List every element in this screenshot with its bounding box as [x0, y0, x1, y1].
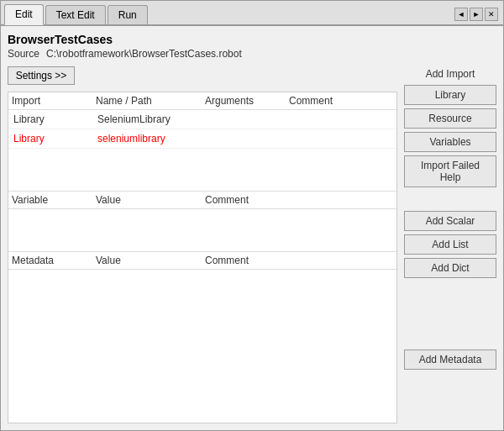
variable-metadata-gap — [8, 209, 396, 251]
tab-controls: ◄ ► ✕ — [454, 8, 498, 21]
main-content: BrowserTestCases Source C:\robotframewor… — [1, 26, 503, 430]
import-row-1-args — [205, 113, 289, 126]
import-row-1-comment — [289, 113, 393, 126]
meta-comment-col-header: Comment — [205, 255, 289, 266]
next-nav-button[interactable]: ► — [470, 8, 483, 21]
library-button[interactable]: Library — [404, 85, 496, 105]
source-row: Source C:\robotframework\BrowserTestCase… — [8, 48, 496, 60]
import-col-header: Import — [12, 95, 96, 107]
prev-nav-button[interactable]: ◄ — [454, 8, 468, 21]
arguments-col-header: Arguments — [205, 95, 289, 107]
metadata-col-header: Metadata — [12, 255, 96, 266]
add-metadata-button[interactable]: Add Metadata — [404, 350, 496, 370]
sidebar-spacer-1 — [404, 191, 496, 208]
variables-button[interactable]: Variables — [404, 132, 496, 152]
name-col-header: Name / Path — [96, 95, 205, 107]
import-variable-gap — [8, 149, 396, 191]
page-title: BrowserTestCases — [8, 33, 496, 46]
right-sidebar: Add Import Library Resource Variables Im… — [404, 66, 496, 423]
var-col4 — [289, 194, 393, 206]
close-button[interactable]: ✕ — [485, 8, 498, 21]
metadata-header-row: Metadata Value Comment — [8, 251, 396, 270]
metadata-bottom-gap — [8, 270, 396, 312]
import-row-2-args — [205, 132, 289, 145]
add-import-label: Add Import — [404, 66, 496, 81]
comment-col-header: Comment — [289, 95, 393, 107]
import-row-2-comment — [289, 132, 393, 145]
tab-bar: Edit Text Edit Run ◄ ► ✕ — [1, 1, 503, 26]
variable-col-header: Variable — [12, 194, 96, 206]
add-list-button[interactable]: Add List — [404, 234, 496, 255]
import-header-row: Import Name / Path Arguments Comment — [8, 92, 396, 110]
add-dict-button[interactable]: Add Dict — [404, 258, 496, 278]
full-table: Import Name / Path Arguments Comment Lib… — [8, 92, 397, 423]
import-row-2-name: seleniumlibrary — [96, 132, 205, 145]
import-row-1[interactable]: Library SeleniumLibrary — [8, 110, 396, 129]
import-row-2[interactable]: Library seleniumlibrary — [8, 129, 396, 149]
sidebar-spacer-2 — [404, 281, 496, 346]
add-scalar-button[interactable]: Add Scalar — [404, 211, 496, 231]
var-comment-col-header: Comment — [205, 194, 289, 206]
source-path: C:\robotframework\BrowserTestCases.robot — [46, 48, 242, 60]
source-label: Source — [8, 48, 39, 60]
main-window: Edit Text Edit Run ◄ ► ✕ BrowserTestCase… — [0, 0, 504, 431]
content-area: Settings >> Import Name / Path Arguments… — [8, 66, 496, 423]
resource-button[interactable]: Resource — [404, 108, 496, 129]
import-failed-help-button[interactable]: Import Failed Help — [404, 155, 496, 187]
import-row-1-import: Library — [12, 113, 96, 126]
meta-value-col-header: Value — [96, 255, 205, 266]
value-col-header: Value — [96, 194, 205, 206]
tab-text-edit[interactable]: Text Edit — [45, 5, 106, 24]
import-row-1-name: SeleniumLibrary — [96, 113, 205, 126]
sidebar-bottom-spacer — [404, 373, 496, 423]
settings-button[interactable]: Settings >> — [8, 66, 75, 85]
variable-header-row: Variable Value Comment — [8, 191, 396, 209]
tab-edit[interactable]: Edit — [4, 4, 44, 25]
left-panel: Settings >> Import Name / Path Arguments… — [8, 66, 397, 423]
tab-run[interactable]: Run — [108, 5, 148, 24]
import-row-2-import: Library — [12, 132, 96, 145]
meta-col4 — [289, 255, 393, 266]
